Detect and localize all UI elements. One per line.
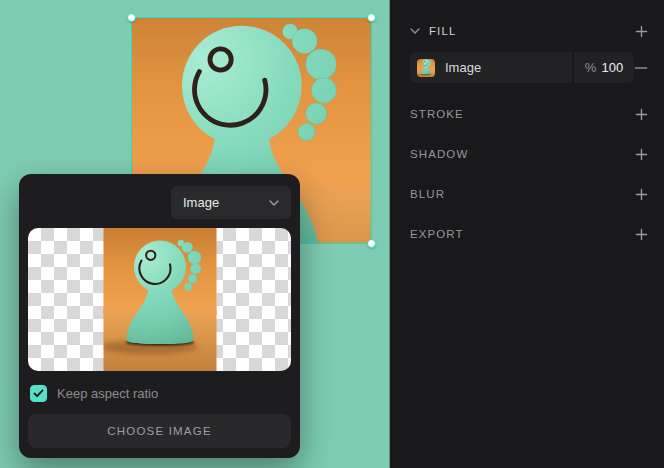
plus-icon bbox=[635, 108, 648, 121]
canvas[interactable]: Image Keep aspect ratio CHOOSE IMAGE bbox=[0, 0, 390, 468]
image-preview-content bbox=[103, 228, 216, 371]
selection-handle-top-left[interactable] bbox=[127, 13, 136, 22]
keep-aspect-ratio-label: Keep aspect ratio bbox=[57, 386, 158, 401]
fill-layer-row: Image % 100 bbox=[410, 52, 648, 83]
plus-icon bbox=[635, 228, 648, 241]
keep-aspect-ratio-row[interactable]: Keep aspect ratio bbox=[28, 385, 291, 402]
add-export-button[interactable] bbox=[634, 227, 648, 241]
fill-section-header: FILL bbox=[410, 23, 648, 39]
chevron-down-icon[interactable] bbox=[410, 28, 420, 34]
fill-opacity-input[interactable]: % 100 bbox=[574, 52, 634, 83]
design-tool-window: Image Keep aspect ratio CHOOSE IMAGE bbox=[0, 0, 664, 468]
stroke-section-header: STROKE bbox=[410, 94, 648, 134]
selection-handle-bottom-right[interactable] bbox=[367, 239, 376, 248]
image-fill-thumbnail bbox=[417, 59, 435, 77]
fill-type-label: Image bbox=[445, 60, 481, 75]
blur-section-header: BLUR bbox=[410, 174, 648, 214]
plus-icon bbox=[635, 148, 648, 161]
image-preview bbox=[28, 228, 291, 371]
shadow-section-label: SHADOW bbox=[410, 148, 468, 160]
fill-opacity-value: 100 bbox=[601, 60, 623, 75]
blur-section-label: BLUR bbox=[410, 188, 445, 200]
check-icon bbox=[33, 389, 44, 398]
plus-icon bbox=[635, 188, 648, 201]
add-stroke-button[interactable] bbox=[634, 107, 648, 121]
remove-fill-button[interactable] bbox=[634, 61, 648, 75]
export-section-header: EXPORT bbox=[410, 214, 648, 254]
add-fill-button[interactable] bbox=[634, 24, 648, 38]
selection-handle-top-right[interactable] bbox=[367, 13, 376, 22]
percent-symbol: % bbox=[585, 60, 597, 75]
choose-image-button[interactable]: CHOOSE IMAGE bbox=[28, 414, 291, 448]
properties-panel: FILL Image % 100 STROKE bbox=[390, 0, 664, 468]
fill-section-label: FILL bbox=[429, 25, 456, 37]
keep-aspect-ratio-checkbox[interactable] bbox=[30, 385, 47, 402]
shadow-section-header: SHADOW bbox=[410, 134, 648, 174]
export-section-label: EXPORT bbox=[410, 228, 464, 240]
image-fill-popup: Image Keep aspect ratio CHOOSE IMAGE bbox=[19, 174, 300, 458]
add-blur-button[interactable] bbox=[634, 187, 648, 201]
fill-type-dropdown-value: Image bbox=[183, 195, 219, 210]
plus-icon bbox=[635, 25, 648, 38]
chevron-down-icon bbox=[269, 200, 279, 206]
fill-type-dropdown[interactable]: Image bbox=[171, 186, 291, 219]
add-shadow-button[interactable] bbox=[634, 147, 648, 161]
stroke-section-label: STROKE bbox=[410, 108, 464, 120]
fill-layer-chip[interactable]: Image bbox=[410, 52, 572, 83]
minus-icon bbox=[634, 61, 648, 75]
